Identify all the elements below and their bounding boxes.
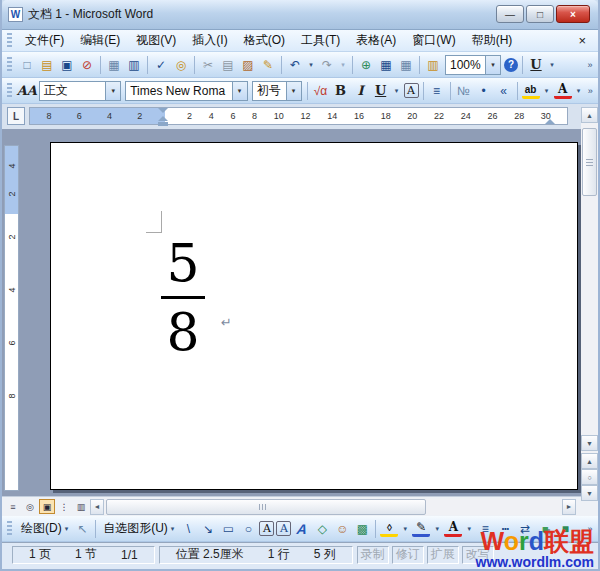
scroll-left-button[interactable]: ◄ xyxy=(90,499,104,515)
permission-icon[interactable]: ⊘ xyxy=(78,56,96,74)
tables-borders-icon[interactable]: ▦ xyxy=(377,56,395,74)
menu-format[interactable]: 格式(O) xyxy=(236,30,293,51)
first-line-indent-marker[interactable] xyxy=(158,108,168,113)
paste-icon[interactable]: ▨ xyxy=(239,56,257,74)
restore-button[interactable]: □ xyxy=(526,5,554,23)
highlight-icon[interactable]: ab xyxy=(522,83,540,99)
decrease-indent-icon[interactable]: « xyxy=(495,82,513,100)
menu-help[interactable]: 帮助(H) xyxy=(464,30,521,51)
redo-icon[interactable]: ↷ xyxy=(318,56,336,74)
close-button[interactable]: × xyxy=(556,5,590,23)
menu-tools[interactable]: 工具(T) xyxy=(293,30,348,51)
scroll-down-button[interactable]: ▼ xyxy=(581,435,598,451)
font-size-combo[interactable]: 初号 ▾ xyxy=(252,81,302,101)
cut-icon[interactable]: ✂ xyxy=(199,56,217,74)
normal-view-button[interactable]: ≡ xyxy=(5,499,21,514)
numbering-icon[interactable]: № xyxy=(455,82,473,100)
underline-icon[interactable]: U xyxy=(527,56,545,74)
oval-icon[interactable]: ○ xyxy=(239,520,257,538)
research-icon[interactable]: ◎ xyxy=(172,56,190,74)
new-document-icon[interactable]: □ xyxy=(18,56,36,74)
toolbar-drag-handle[interactable] xyxy=(7,83,12,99)
outline-view-button[interactable]: ⋮ xyxy=(56,499,72,514)
document-page[interactable]: 5 8 ↵ xyxy=(50,142,578,490)
hanging-indent-marker[interactable] xyxy=(158,116,168,121)
read-layout-icon[interactable]: ▥ xyxy=(424,56,442,74)
font-color-icon[interactable]: A xyxy=(444,521,462,537)
underline-icon[interactable]: U xyxy=(372,82,390,100)
open-icon[interactable]: ▤ xyxy=(38,56,56,74)
mode-indicator[interactable]: 扩展 xyxy=(427,546,459,564)
zoom-combo[interactable]: 100% ▾ xyxy=(445,55,501,75)
fill-color-icon[interactable]: ◊ xyxy=(380,521,398,537)
next-page-button[interactable]: ▼ xyxy=(581,485,598,501)
clip-art-icon[interactable]: ☺ xyxy=(333,520,351,538)
select-browse-object-button[interactable]: ○ xyxy=(581,469,598,485)
print-icon[interactable]: ▦ xyxy=(105,56,123,74)
undo-dropdown[interactable]: ▾ xyxy=(306,56,316,74)
menu-table[interactable]: 表格(A) xyxy=(348,30,404,51)
font-dropdown[interactable]: ▾ xyxy=(232,82,247,100)
highlight-dropdown[interactable]: ▾ xyxy=(542,82,552,100)
scroll-right-button[interactable]: ► xyxy=(562,499,576,515)
undo-icon[interactable]: ↶ xyxy=(286,56,304,74)
styles-formatting-icon[interactable]: AA xyxy=(18,82,36,100)
print-preview-icon[interactable]: ▥ xyxy=(125,56,143,74)
web-layout-view-button[interactable]: ◎ xyxy=(22,499,38,514)
line-color-dropdown[interactable]: ▾ xyxy=(432,520,442,538)
rectangle-icon[interactable]: ▭ xyxy=(219,520,237,538)
insert-hyperlink-icon[interactable]: ⊕ xyxy=(357,56,375,74)
help-icon[interactable]: ? xyxy=(504,58,518,72)
print-layout-view-button[interactable]: ▣ xyxy=(39,499,55,514)
menu-insert[interactable]: 插入(I) xyxy=(184,30,235,51)
save-icon[interactable]: ▣ xyxy=(58,56,76,74)
picture-icon[interactable]: ▩ xyxy=(353,520,371,538)
fill-color-dropdown[interactable]: ▾ xyxy=(400,520,410,538)
menu-file[interactable]: 文件(F) xyxy=(17,30,72,51)
mode-indicator[interactable]: 修订 xyxy=(392,546,424,564)
arrow-icon[interactable]: ↘ xyxy=(199,520,217,538)
line-icon[interactable]: \ xyxy=(179,520,197,538)
underline-dropdown[interactable]: ▾ xyxy=(547,56,557,74)
indent-markers[interactable] xyxy=(158,108,169,126)
previous-page-button[interactable]: ▲ xyxy=(581,453,598,469)
italic-icon[interactable]: I xyxy=(352,82,370,100)
font-combo[interactable]: Times New Roma ▾ xyxy=(125,81,247,101)
spelling-grammar-icon[interactable]: ✓ xyxy=(152,56,170,74)
font-size-dropdown[interactable]: ▾ xyxy=(286,82,301,100)
font-color-dropdown[interactable]: ▾ xyxy=(464,520,474,538)
left-indent-marker[interactable] xyxy=(158,122,168,126)
copy-icon[interactable]: ▤ xyxy=(219,56,237,74)
vertical-scrollbar-track[interactable] xyxy=(581,123,598,435)
redo-dropdown[interactable]: ▾ xyxy=(338,56,348,74)
equation-editor-icon[interactable]: √α xyxy=(312,82,330,100)
wordart-icon[interactable]: A xyxy=(292,520,313,538)
toolbar-options-chevron[interactable]: » xyxy=(584,54,596,76)
justify-icon[interactable]: ≡ xyxy=(428,82,446,100)
toolbar-drag-handle[interactable] xyxy=(7,521,12,537)
right-indent-marker[interactable] xyxy=(545,119,555,124)
vertical-scrollbar-thumb[interactable] xyxy=(582,128,597,196)
underline-dropdown[interactable]: ▾ xyxy=(392,82,402,100)
horizontal-scrollbar-track[interactable] xyxy=(104,499,560,515)
toolbar-drag-handle[interactable] xyxy=(7,57,12,73)
vertical-text-box-icon[interactable]: A xyxy=(276,521,291,536)
minimize-button[interactable]: — xyxy=(496,5,524,23)
insert-table-icon[interactable]: ▦ xyxy=(397,56,415,74)
style-dropdown[interactable]: ▾ xyxy=(105,82,120,100)
text-box-icon[interactable]: A xyxy=(259,521,274,536)
diagram-icon[interactable]: ◇ xyxy=(313,520,331,538)
bullets-icon[interactable]: • xyxy=(475,82,493,100)
select-objects-icon[interactable]: ↖ xyxy=(73,520,91,538)
bold-icon[interactable]: B xyxy=(332,82,350,100)
menu-drag-handle[interactable] xyxy=(7,33,12,49)
autoshapes-menu-button[interactable]: 自选图形(U) ▾ xyxy=(99,519,178,538)
mode-indicator[interactable]: 录制 xyxy=(357,546,389,564)
menu-view[interactable]: 视图(V) xyxy=(128,30,184,51)
tab-selector[interactable]: L xyxy=(7,107,25,125)
vertical-scrollbar[interactable]: ▲ ▼ ▲ ○ ▼ xyxy=(581,107,598,501)
menu-window[interactable]: 窗口(W) xyxy=(404,30,463,51)
character-border-icon[interactable]: A xyxy=(404,83,419,98)
scroll-up-button[interactable]: ▲ xyxy=(581,107,598,123)
toolbar-options-chevron[interactable]: » xyxy=(585,80,596,102)
